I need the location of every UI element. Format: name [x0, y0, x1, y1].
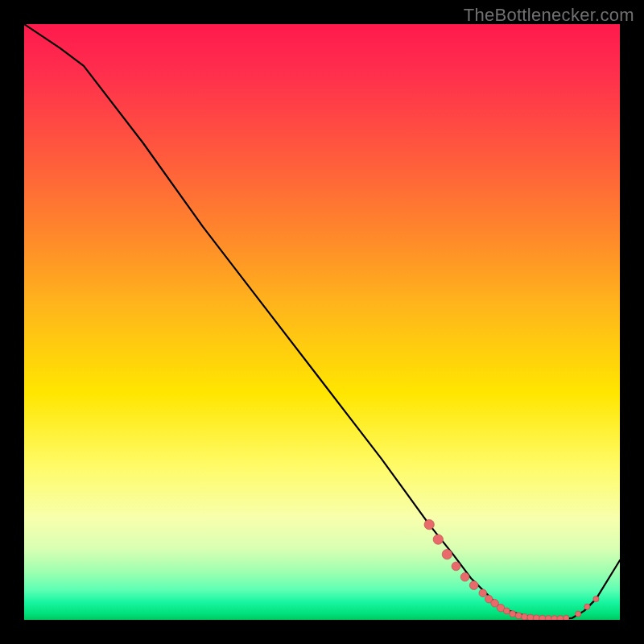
data-marker — [539, 615, 546, 620]
data-marker — [545, 616, 551, 620]
data-marker — [527, 614, 534, 620]
marker-group — [424, 519, 599, 620]
data-marker — [522, 613, 528, 620]
data-marker — [564, 615, 569, 620]
data-marker — [584, 604, 590, 609]
data-marker — [424, 519, 434, 529]
data-marker — [503, 608, 510, 614]
data-marker — [515, 613, 522, 619]
data-marker — [576, 611, 581, 617]
data-marker — [479, 589, 487, 597]
data-marker — [533, 615, 539, 620]
watermark-text: TheBottlenecker.com — [464, 5, 634, 26]
data-marker — [593, 597, 599, 602]
data-marker — [510, 611, 516, 617]
data-marker — [460, 572, 469, 581]
data-marker — [452, 562, 460, 571]
data-marker — [433, 535, 443, 544]
chart-overlay-svg — [24, 24, 620, 620]
plot-area — [24, 24, 620, 620]
data-marker — [469, 581, 478, 590]
chart-frame: TheBottlenecker.com — [0, 0, 644, 644]
data-marker — [557, 616, 564, 620]
data-marker — [551, 616, 558, 620]
bottleneck-curve — [24, 24, 620, 619]
data-marker — [442, 549, 452, 559]
curve-group — [24, 24, 620, 619]
